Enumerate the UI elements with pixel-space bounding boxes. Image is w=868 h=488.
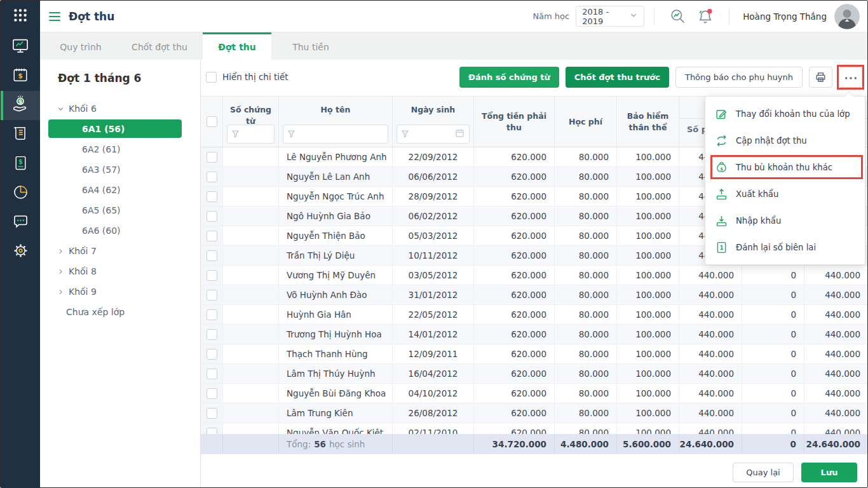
total-due-sum: 34.720.000 — [474, 434, 555, 454]
filter-full-name[interactable] — [283, 125, 388, 144]
filter-input-birth-date[interactable] — [412, 130, 452, 139]
search-analytics-icon[interactable] — [669, 8, 686, 25]
cell-student-name: Vương Thị Mỹ Duyên — [279, 266, 393, 285]
tab-đợt-thu[interactable]: Đợt thu — [203, 32, 271, 60]
show-detail-checkbox[interactable]: Hiển thị chi tiết — [206, 72, 288, 83]
tree-class-6a6[interactable]: 6A6 (60) — [40, 220, 200, 241]
row-checkbox[interactable] — [207, 369, 217, 379]
menu-item-export[interactable]: Xuất khẩu — [705, 180, 865, 207]
cell-payable: 440.000 — [679, 384, 742, 403]
calendar-money-icon: $ — [12, 67, 29, 86]
school-year-select[interactable]: 2018 - 2019 — [576, 6, 644, 27]
close-previous-batch-button[interactable]: Chốt đợt thu trước — [566, 67, 669, 88]
cell-document-number — [223, 147, 279, 166]
hamburger-menu-icon[interactable] — [48, 11, 61, 22]
tab-quy-trình[interactable]: Quy trình — [45, 32, 116, 60]
chevron-collapsed-icon[interactable] — [57, 288, 65, 296]
cell-tuition: 80.000 — [555, 344, 617, 363]
cell-remaining: 440.000 — [804, 266, 867, 285]
notifications-bell-icon[interactable] — [696, 8, 714, 25]
menu-item-sync[interactable]: Cập nhật đợt thu — [705, 127, 865, 154]
tree-class-6a3[interactable]: 6A3 (57) — [40, 159, 200, 180]
sidebar-item-chat[interactable] — [1, 208, 40, 237]
sync-icon — [714, 134, 728, 147]
checkbox-icon[interactable] — [206, 72, 217, 83]
tree-item-unassigned[interactable]: Chưa xếp lớp — [40, 302, 200, 322]
row-checkbox[interactable] — [207, 231, 217, 241]
cell-insurance: 100.000 — [617, 305, 679, 324]
sidebar-item-pie-chart[interactable] — [1, 179, 40, 208]
row-checkbox[interactable] — [207, 309, 217, 320]
filter-document-number[interactable] — [227, 125, 275, 144]
top-bar-right: Năm học 2018 - 2019 Hoàng Trọng Thắng — [532, 4, 867, 29]
sidebar-item-receipt[interactable] — [1, 120, 40, 149]
row-checkbox[interactable] — [207, 250, 217, 261]
cell-document-number — [223, 187, 279, 206]
row-checkbox[interactable] — [207, 388, 217, 399]
calendar-icon[interactable] — [455, 128, 465, 140]
tree-group-khối-7[interactable]: Khối 7 — [40, 241, 200, 261]
tree-class-6a5[interactable]: 6A5 (65) — [40, 200, 200, 220]
app-launcher[interactable] — [1, 1, 40, 32]
number-documents-button[interactable]: Đánh số chứng từ — [459, 67, 559, 88]
cell-paid: 0 — [742, 364, 804, 383]
chevron-expanded-icon[interactable] — [57, 105, 65, 113]
row-checkbox[interactable] — [207, 428, 217, 435]
table-row: Huỳnh Gia Hân22/05/2012620.00080.000100.… — [201, 305, 867, 325]
more-actions-button[interactable] — [839, 67, 862, 88]
cell-student-name: Huỳnh Gia Hân — [279, 305, 393, 324]
edit-icon — [714, 107, 728, 121]
row-checkbox[interactable] — [207, 172, 217, 182]
menu-item-money-bag[interactable]: $Thu bù khoản thu khác — [705, 154, 865, 180]
user-name[interactable]: Hoàng Trọng Thắng — [743, 11, 827, 22]
filter-birth-date[interactable] — [397, 125, 470, 144]
row-checkbox[interactable] — [207, 349, 217, 360]
tree-class-6a2[interactable]: 6A2 (61) — [40, 139, 200, 159]
avatar[interactable] — [834, 4, 860, 29]
cell-payable: 440.000 — [679, 305, 742, 324]
funnel-icon — [402, 128, 409, 140]
tree-group-khối-6[interactable]: Khối 6 — [40, 98, 200, 119]
row-checkbox[interactable] — [207, 152, 217, 163]
tree-class-6a1[interactable]: 6A1 (56) — [48, 119, 182, 138]
menu-item-edit[interactable]: Thay đổi khoản thu của lớp — [705, 100, 865, 127]
row-checkbox[interactable] — [207, 408, 217, 419]
cell-payable: 440.000 — [679, 285, 742, 304]
svg-text:$: $ — [18, 98, 22, 105]
cell-total-due: 620.000 — [474, 167, 555, 186]
tree-group-khối-9[interactable]: Khối 9 — [40, 281, 200, 302]
tree-class-6a4[interactable]: 6A4 (62) — [40, 180, 200, 200]
cell-insurance: 100.000 — [617, 246, 679, 265]
tree-group-khối-8[interactable]: Khối 8 — [40, 261, 200, 281]
sidebar-item-calendar-money[interactable]: $ — [1, 62, 40, 91]
menu-item-import[interactable]: Nhập khẩu — [705, 207, 865, 234]
row-checkbox[interactable] — [207, 290, 217, 301]
sidebar-item-hand-coin[interactable]: $ — [1, 91, 40, 120]
sidebar-item-dashboard-monitor[interactable] — [1, 32, 40, 62]
chevron-collapsed-icon[interactable] — [57, 268, 65, 276]
cell-student-name: Lâm Thị Thúy Huỳnh — [279, 364, 393, 383]
tab-thu-tiền[interactable]: Thu tiền — [271, 32, 350, 60]
sidebar-item-settings-gear[interactable] — [1, 237, 40, 266]
table-row: Vương Thị Mỹ Duyên03/05/2012620.00080.00… — [201, 266, 867, 285]
menu-item-renumber-receipt[interactable]: 1Đánh lại số biên lai — [705, 234, 865, 261]
cell-birth-date: 22/09/2012 — [393, 147, 474, 166]
hand-coin-icon: $ — [11, 95, 30, 116]
tab-chốt-đợt-thu[interactable]: Chốt đợt thu — [116, 32, 203, 60]
select-all-checkbox[interactable] — [207, 116, 217, 127]
row-checkbox[interactable] — [207, 191, 217, 202]
row-checkbox[interactable] — [207, 329, 217, 340]
cell-document-number — [223, 226, 279, 245]
sidebar-item-invoice-document[interactable]: $ — [1, 149, 40, 179]
back-button[interactable]: Quay lại — [733, 463, 794, 482]
filter-input-document-number[interactable] — [242, 130, 269, 139]
cell-payable: 440.000 — [679, 403, 742, 423]
notify-parents-button[interactable]: Thông báo cho phụ huynh — [675, 67, 803, 88]
filter-input-full-name[interactable] — [298, 130, 383, 139]
save-button[interactable]: Lưu — [801, 463, 857, 482]
print-button[interactable] — [809, 67, 832, 88]
chevron-collapsed-icon[interactable] — [57, 247, 65, 255]
row-checkbox[interactable] — [207, 211, 217, 222]
invoice-document-icon: $ — [13, 155, 29, 173]
row-checkbox[interactable] — [207, 270, 217, 281]
